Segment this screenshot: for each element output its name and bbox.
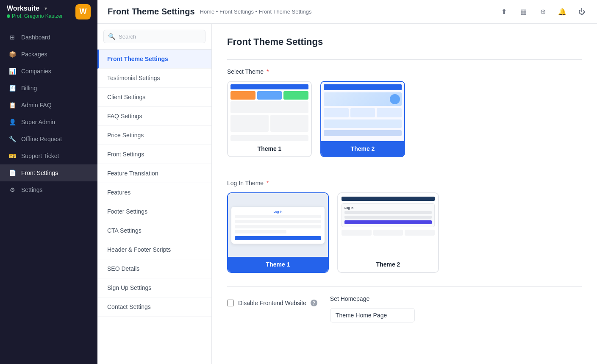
brand-logo: W	[75, 4, 91, 19]
sidebar-label-dashboard: Dashboard	[21, 34, 50, 41]
sidebar-item-admin-faq[interactable]: 📋 Admin FAQ	[0, 97, 97, 114]
header-title-area: Front Theme Settings Home • Front Settin…	[97, 7, 497, 17]
search-input-wrap[interactable]: 🔍	[103, 30, 205, 43]
sub-nav-cta-settings[interactable]: CTA Settings	[97, 221, 211, 240]
help-icon[interactable]: ?	[311, 300, 317, 306]
theme2-card[interactable]: Theme 2	[320, 81, 405, 157]
login-required-marker: *	[267, 180, 269, 186]
sidebar-item-support-ticket[interactable]: 🎫 Support Ticket	[0, 147, 97, 164]
theme1-card[interactable]: Theme 1	[227, 81, 312, 157]
disable-frontend-label: Disable Frontend Website	[238, 300, 306, 306]
select-theme-label: Select Theme *	[227, 68, 582, 75]
homepage-dropdown[interactable]: Theme Home Page	[330, 308, 415, 322]
theme1-preview	[228, 82, 311, 141]
top-header: Worksuite ▾ Prof. Gregorio Kautzer W Fro…	[0, 0, 597, 24]
login-theme1-card[interactable]: Log In Theme 1	[227, 192, 329, 273]
sub-nav-seo-details[interactable]: SEO Details	[97, 259, 211, 278]
disable-section: Disable Frontend Website ?	[227, 300, 317, 306]
theme-grid: Theme 1	[227, 81, 582, 157]
theme1-label: Theme 1	[228, 141, 311, 156]
sidebar-item-offline-request[interactable]: 🔧 Offline Request	[0, 131, 97, 147]
search-icon: 🔍	[108, 33, 115, 40]
sub-nav-front-theme-settings[interactable]: Front Theme Settings	[97, 50, 211, 69]
front-settings-icon: 📄	[8, 169, 16, 177]
sidebar-item-packages[interactable]: 📦 Packages	[0, 46, 97, 63]
settings-icon: ⚙	[8, 186, 16, 194]
right-panel: 🔍 Front Theme Settings Testimonial Setti…	[97, 24, 597, 364]
sidebar-label-settings: Settings	[21, 186, 43, 193]
sub-nav-footer-settings[interactable]: Footer Settings	[97, 202, 211, 221]
sub-nav-contact-settings[interactable]: Contact Settings	[97, 297, 211, 317]
content-inner: Front Theme Settings Select Theme *	[212, 24, 597, 335]
sub-nav-client-settings[interactable]: Client Settings	[97, 88, 211, 107]
sub-nav-features[interactable]: Features	[97, 183, 211, 202]
upload-icon-btn[interactable]: ⬆	[497, 5, 511, 19]
brand-user: Prof. Gregorio Kautzer	[7, 13, 63, 19]
content-title: Front Theme Settings	[227, 36, 582, 47]
brand-area: Worksuite ▾ Prof. Gregorio Kautzer W	[0, 0, 97, 24]
admin-faq-icon: 📋	[8, 101, 16, 109]
plus-icon-btn[interactable]: ⊕	[536, 5, 550, 19]
sub-nav-header-footer-scripts[interactable]: Header & Footer Scripts	[97, 240, 211, 259]
sidebar-item-dashboard[interactable]: ⊞ Dashboard	[0, 29, 97, 46]
sub-nav-price-settings[interactable]: Price Settings	[97, 126, 211, 145]
bell-icon-btn[interactable]: 🔔	[555, 5, 569, 19]
login-theme2-label: Theme 2	[338, 257, 438, 272]
sidebar-label-super-admin: Super Admin	[21, 119, 55, 125]
billing-icon: 🧾	[8, 84, 16, 92]
companies-icon: 📊	[8, 67, 16, 75]
dashboard-icon: ⊞	[8, 33, 16, 41]
header-actions: ⬆ ▦ ⊕ 🔔 ⏻	[497, 5, 589, 19]
set-homepage-section: Disable Frontend Website ? Set Homepage …	[227, 286, 582, 322]
sidebar-label-billing: Billing	[21, 85, 37, 92]
packages-icon: 📦	[8, 50, 16, 58]
user-name: Prof. Gregorio Kautzer	[12, 13, 63, 19]
super-admin-icon: 👤	[8, 118, 16, 126]
brand-chevron-icon: ▾	[44, 6, 47, 11]
set-homepage-area: Set Homepage Theme Home Page	[330, 295, 415, 322]
sidebar-item-super-admin[interactable]: 👤 Super Admin	[0, 114, 97, 131]
login-theme2-card[interactable]: Log In	[337, 192, 439, 273]
content-area: Front Theme Settings Select Theme *	[212, 24, 597, 364]
sub-nav-testimonial-settings[interactable]: Testimonial Settings	[97, 69, 211, 88]
sub-nav-sign-up-settings[interactable]: Sign Up Settings	[97, 278, 211, 297]
sidebar-item-settings[interactable]: ⚙ Settings	[0, 181, 97, 198]
grid-icon-btn[interactable]: ▦	[516, 5, 530, 19]
breadcrumb: Home • Front Settings • Front Theme Sett…	[200, 8, 312, 15]
divider-login	[227, 171, 582, 171]
sidebar-item-companies[interactable]: 📊 Companies	[0, 63, 97, 80]
offline-request-icon: 🔧	[8, 135, 16, 143]
brand-name: Worksuite	[7, 5, 39, 12]
disable-frontend-checkbox[interactable]	[227, 300, 234, 306]
sidebar-label-packages: Packages	[21, 51, 47, 58]
login-theme-grid: Log In Theme 1	[227, 192, 582, 273]
disable-frontend-area: Disable Frontend Website ?	[227, 295, 317, 322]
sidebar-label-front-settings: Front Settings	[21, 169, 58, 176]
sidebar-label-companies: Companies	[21, 68, 51, 75]
login-theme1-preview: Log In	[228, 193, 328, 257]
sidebar-label-offline-request: Offline Request	[21, 136, 62, 142]
sub-nav-faq-settings[interactable]: FAQ Settings	[97, 107, 211, 126]
user-online-dot	[7, 14, 10, 18]
support-ticket-icon: 🎫	[8, 152, 16, 160]
header-page-title: Front Theme Settings	[108, 7, 195, 17]
login-theme-label: Log In Theme *	[227, 180, 582, 186]
sub-nav-front-settings[interactable]: Front Settings	[97, 145, 211, 164]
sidebar-label-support-ticket: Support Ticket	[21, 153, 59, 159]
sidebar-item-billing[interactable]: 🧾 Billing	[0, 80, 97, 97]
sub-nav: 🔍 Front Theme Settings Testimonial Setti…	[97, 24, 212, 364]
power-icon-btn[interactable]: ⏻	[575, 5, 589, 19]
required-marker: *	[267, 68, 269, 75]
sidebar-label-admin-faq: Admin FAQ	[21, 102, 52, 108]
theme2-preview	[321, 82, 404, 141]
sub-nav-feature-translation[interactable]: Feature Translation	[97, 164, 211, 183]
sidebar-item-front-settings[interactable]: 📄 Front Settings	[0, 164, 97, 181]
sidebar: ⊞ Dashboard 📦 Packages 📊 Companies 🧾 Bil…	[0, 24, 97, 364]
theme2-label: Theme 2	[321, 141, 404, 156]
search-input[interactable]	[119, 33, 201, 40]
set-homepage-grid: Disable Frontend Website ? Set Homepage …	[227, 295, 582, 322]
main-layout: ⊞ Dashboard 📦 Packages 📊 Companies 🧾 Bil…	[0, 24, 597, 364]
divider-top	[227, 59, 582, 60]
set-homepage-label: Set Homepage	[330, 295, 415, 302]
search-box: 🔍	[97, 24, 211, 50]
